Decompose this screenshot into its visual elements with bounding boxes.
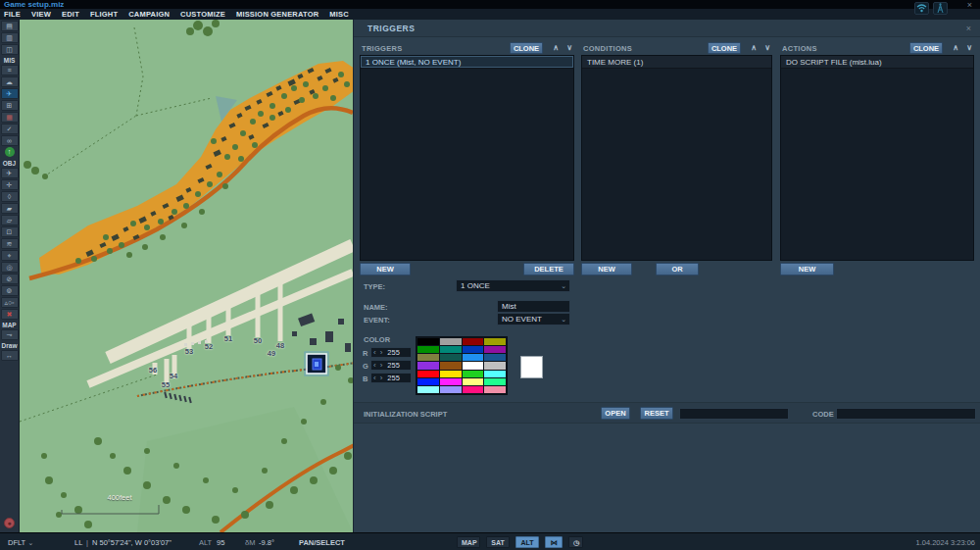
palette-swatch[interactable] xyxy=(484,354,506,361)
palette-swatch[interactable] xyxy=(417,354,439,361)
menu-misc[interactable]: MISC xyxy=(329,10,349,19)
color-b-stepper[interactable]: ‹ › 255 xyxy=(370,373,412,383)
add-ship-icon[interactable]: ◊ xyxy=(1,191,19,202)
menu-flight[interactable]: FLIGHT xyxy=(90,10,118,19)
palette-swatch[interactable] xyxy=(440,386,462,393)
add-static-object-icon[interactable]: ▱ xyxy=(1,215,19,225)
palette-swatch[interactable] xyxy=(484,362,506,369)
palette-swatch[interactable] xyxy=(440,338,462,345)
script-file-input[interactable] xyxy=(679,408,789,420)
restricted-zone-icon[interactable]: ⊘ xyxy=(1,274,19,284)
menu-customize[interactable]: CUSTOMIZE xyxy=(180,10,225,19)
menu-file[interactable]: FILE xyxy=(4,10,21,19)
triggers-list-item[interactable]: 1 ONCE (Mist, NO EVENT) xyxy=(361,56,573,69)
palette-swatch[interactable] xyxy=(417,346,439,353)
palette-swatch[interactable] xyxy=(440,362,462,369)
save-mission-icon[interactable]: ◫ xyxy=(1,44,19,55)
coordinate-mode-label[interactable]: LL xyxy=(74,538,82,547)
conditions-move-up-icon[interactable]: ∧ xyxy=(751,43,757,52)
trigger-rules-icon[interactable]: ∞ xyxy=(1,135,19,146)
delete-object-icon[interactable]: ✖ xyxy=(1,309,19,320)
actions-clone-button[interactable]: CLONE xyxy=(909,42,943,54)
conditions-move-down-icon[interactable]: ∨ xyxy=(764,43,770,52)
triggers-list[interactable]: 1 ONCE (Mist, NO EVENT) xyxy=(360,55,574,261)
menu-mission-generator[interactable]: MISSION GENERATOR xyxy=(236,10,318,19)
conditions-list-item[interactable]: TIME MORE (1) xyxy=(582,56,771,69)
unit-placement-icon[interactable]: ⊞ xyxy=(1,100,19,111)
new-mission-icon[interactable]: ▤ xyxy=(1,21,19,31)
palette-swatch[interactable] xyxy=(417,371,439,377)
palette-swatch[interactable] xyxy=(463,378,484,385)
bridge-toggle-icon[interactable]: ⋈ xyxy=(545,536,563,548)
palette-swatch[interactable] xyxy=(417,386,439,393)
open-mission-icon[interactable]: ▥ xyxy=(1,32,19,43)
alt-mode-button[interactable]: ALT xyxy=(515,536,539,548)
add-trigger-zone-icon[interactable]: ⌖ xyxy=(1,250,19,261)
palette-swatch[interactable] xyxy=(484,378,506,385)
palette-swatch[interactable] xyxy=(417,338,439,345)
palette-swatch[interactable] xyxy=(417,362,439,369)
clock-toggle-icon[interactable]: ◷ xyxy=(568,536,583,548)
script-reset-button[interactable]: RESET xyxy=(640,407,673,420)
palette-swatch[interactable] xyxy=(484,386,506,393)
actions-move-up-icon[interactable]: ∧ xyxy=(953,43,958,52)
palette-swatch[interactable] xyxy=(417,378,439,385)
palette-swatch[interactable] xyxy=(463,354,484,361)
menu-campaign[interactable]: CAMPAIGN xyxy=(128,10,170,19)
layer-selector[interactable]: DFLT ⌄ xyxy=(8,538,33,547)
palette-swatch[interactable] xyxy=(440,371,462,377)
add-vehicle-icon[interactable]: ▰ xyxy=(1,203,19,214)
spawn-point-icon[interactable]: ↑ xyxy=(1,147,19,158)
conditions-list[interactable]: TIME MORE (1) xyxy=(581,55,772,261)
rings-icon[interactable]: ⊚ xyxy=(1,285,19,296)
map-canvas[interactable] xyxy=(20,20,353,532)
measure-distance-icon[interactable]: ↔ xyxy=(1,350,19,361)
palette-swatch[interactable] xyxy=(484,346,506,353)
color-r-stepper[interactable]: ‹ › 255 xyxy=(370,347,412,358)
actions-list-item[interactable]: DO SCRIPT FILE (mist.lua) xyxy=(781,56,973,69)
menu-view[interactable]: VIEW xyxy=(31,10,51,19)
spin-left-icon[interactable]: ‹ xyxy=(371,348,378,357)
condition-or-button[interactable]: OR xyxy=(656,263,699,275)
palette-swatch[interactable] xyxy=(463,346,484,353)
weather-icon[interactable]: ☁ xyxy=(1,76,19,87)
palette-swatch[interactable] xyxy=(463,338,484,345)
trigger-new-button[interactable]: NEW xyxy=(360,263,411,275)
triggered-actions-icon[interactable]: ▦ xyxy=(1,112,19,123)
palette-swatch[interactable] xyxy=(484,371,506,377)
conditions-clone-button[interactable]: CLONE xyxy=(708,42,741,54)
actions-move-down-icon[interactable]: ∨ xyxy=(966,43,972,52)
notification-icon[interactable]: ● xyxy=(4,518,15,528)
add-airplane-icon[interactable]: ✈ xyxy=(1,168,19,178)
map-shapes-icon[interactable]: ▵○▫ xyxy=(1,297,19,308)
triggers-move-up-icon[interactable]: ∧ xyxy=(553,43,559,52)
triggers-move-down-icon[interactable]: ∨ xyxy=(566,43,572,52)
script-code-input[interactable] xyxy=(836,408,976,420)
palette-swatch[interactable] xyxy=(440,346,462,353)
panel-close-icon[interactable]: × xyxy=(966,24,971,33)
palette-swatch[interactable] xyxy=(463,386,484,393)
map-mode-button[interactable]: MAP xyxy=(457,536,480,548)
add-template-icon[interactable]: ⊡ xyxy=(1,226,19,237)
event-dropdown[interactable]: NO EVENT ⌄ xyxy=(497,313,570,325)
add-helicopter-icon[interactable]: ✛ xyxy=(1,179,19,190)
wifi-icon[interactable] xyxy=(914,2,929,15)
zone-tools-icon[interactable]: ◎ xyxy=(1,262,19,273)
triggers-clone-button[interactable]: CLONE xyxy=(510,42,543,54)
menu-edit[interactable]: EDIT xyxy=(62,10,79,19)
action-new-button[interactable]: NEW xyxy=(780,263,834,275)
spin-right-icon[interactable]: › xyxy=(378,361,385,370)
palette-swatch[interactable] xyxy=(484,338,506,345)
color-g-stepper[interactable]: ‹ › 255 xyxy=(370,360,412,371)
name-input[interactable] xyxy=(497,300,570,313)
script-open-button[interactable]: OPEN xyxy=(601,407,630,420)
palette-swatch[interactable] xyxy=(440,378,462,385)
type-dropdown[interactable]: 1 ONCE ⌄ xyxy=(456,279,570,292)
actions-list[interactable]: DO SCRIPT FILE (mist.lua) xyxy=(780,55,974,261)
add-weapon-icon[interactable]: ≋ xyxy=(1,238,19,249)
selected-unit-marker[interactable] xyxy=(305,352,328,375)
palette-swatch[interactable] xyxy=(440,354,462,361)
palette-swatch[interactable] xyxy=(463,371,484,377)
spin-right-icon[interactable]: › xyxy=(378,374,385,382)
palette-swatch[interactable] xyxy=(463,362,484,369)
